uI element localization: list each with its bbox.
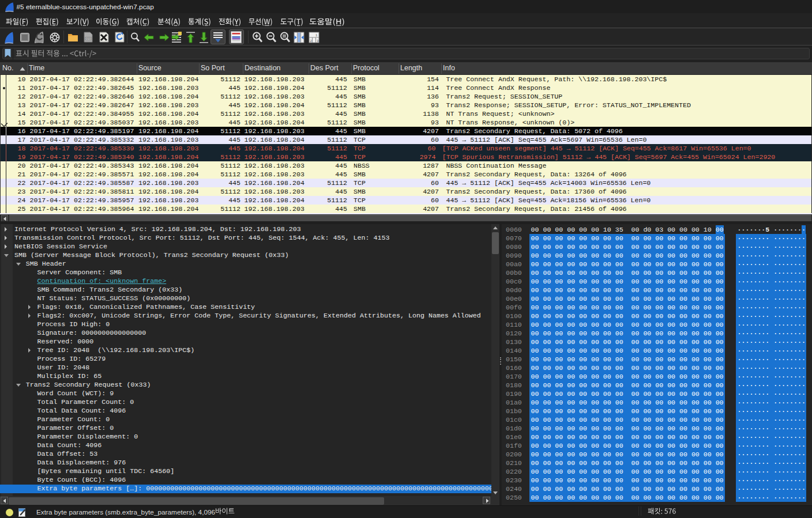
svg-text:010: 010 xyxy=(85,37,91,40)
